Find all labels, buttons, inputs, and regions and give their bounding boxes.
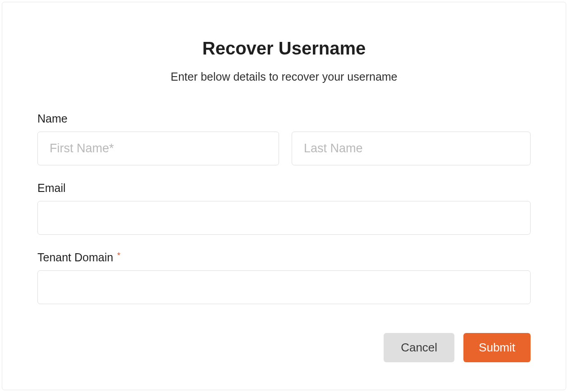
first-name-input[interactable]	[37, 132, 279, 165]
tenant-domain-label-text: Tenant Domain	[37, 251, 113, 264]
submit-button[interactable]: Submit	[463, 333, 531, 362]
email-input[interactable]	[37, 201, 531, 235]
cancel-button[interactable]: Cancel	[384, 333, 454, 362]
name-row	[37, 132, 531, 165]
name-label: Name	[37, 112, 531, 125]
page-title: Recover Username	[37, 38, 531, 59]
email-label: Email	[37, 182, 531, 195]
last-name-input[interactable]	[292, 132, 531, 165]
recover-username-card: Recover Username Enter below details to …	[2, 2, 566, 390]
tenant-domain-input[interactable]	[37, 270, 531, 304]
required-asterisk: *	[117, 251, 120, 260]
email-group: Email	[37, 182, 531, 235]
tenant-domain-label: Tenant Domain *	[37, 251, 531, 264]
form-actions: Cancel Submit	[37, 333, 531, 362]
page-subtitle: Enter below details to recover your user…	[37, 70, 531, 83]
tenant-domain-group: Tenant Domain *	[37, 251, 531, 304]
